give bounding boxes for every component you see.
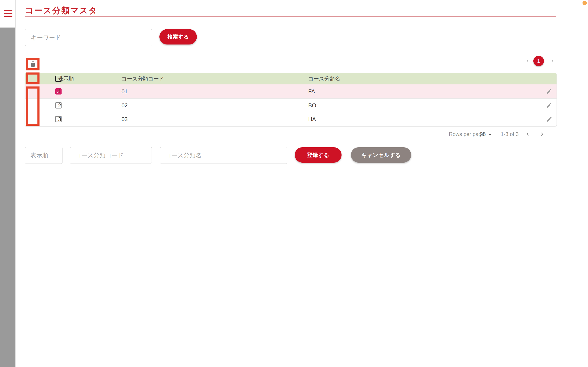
pencil-icon bbox=[546, 116, 552, 123]
caret-down-icon bbox=[489, 134, 492, 135]
pagination-range: 1-3 of 3 bbox=[501, 131, 519, 138]
cell-name: HA bbox=[308, 112, 316, 126]
pencil-icon bbox=[546, 88, 552, 95]
edit-row-button[interactable] bbox=[546, 84, 552, 98]
sidebar-rail bbox=[0, 27, 15, 367]
trash-icon[interactable] bbox=[29, 60, 36, 68]
cell-name: BO bbox=[308, 99, 316, 112]
cell-code: 02 bbox=[121, 99, 128, 112]
title-divider bbox=[25, 16, 556, 17]
cell-code: 03 bbox=[121, 112, 128, 126]
header-order: 表示順 bbox=[58, 73, 74, 84]
app-root: コース分類マスタ 検索する 1 表示順 コース分類コード コース分類名 bbox=[0, 0, 588, 367]
page-title: コース分類マスタ bbox=[25, 5, 98, 16]
table-row: 1 01 FA bbox=[25, 84, 556, 98]
edit-row-button[interactable] bbox=[546, 112, 552, 126]
cell-order: 2 bbox=[58, 99, 61, 112]
register-button[interactable]: 登録する bbox=[295, 147, 342, 163]
cell-name: FA bbox=[308, 84, 315, 98]
top-page-number-button[interactable]: 1 bbox=[533, 56, 544, 66]
pagination-prev-icon[interactable] bbox=[524, 131, 531, 137]
cell-order: 1 bbox=[58, 84, 61, 98]
table-row: 2 02 BO bbox=[25, 98, 556, 112]
top-page-prev-icon[interactable] bbox=[524, 58, 531, 64]
cell-order: 3 bbox=[58, 112, 61, 126]
name-input[interactable] bbox=[160, 147, 287, 164]
sidebar bbox=[0, 0, 16, 367]
table-row: 3 03 HA bbox=[25, 112, 556, 126]
code-input[interactable] bbox=[70, 147, 152, 164]
cancel-button[interactable]: キャンセルする bbox=[351, 147, 411, 163]
header-code: コース分類コード bbox=[121, 73, 164, 84]
pagination-next-icon[interactable] bbox=[539, 131, 545, 137]
order-input[interactable] bbox=[25, 147, 62, 164]
cell-code: 01 bbox=[121, 84, 128, 98]
keyword-search-input[interactable] bbox=[25, 29, 152, 46]
table-header-row: 表示順 コース分類コード コース分類名 bbox=[25, 73, 556, 84]
header-name: コース分類名 bbox=[308, 73, 340, 84]
search-button[interactable]: 検索する bbox=[159, 29, 197, 44]
course-category-table: 表示順 コース分類コード コース分類名 1 01 FA bbox=[25, 73, 556, 126]
hamburger-menu-icon[interactable] bbox=[4, 10, 12, 17]
top-page-next-icon[interactable] bbox=[549, 58, 556, 64]
annotation-marker-dot bbox=[582, 1, 587, 5]
pencil-icon bbox=[546, 102, 552, 109]
edit-row-button[interactable] bbox=[546, 99, 552, 112]
annotation-box-delete bbox=[26, 58, 40, 70]
rows-per-page-select[interactable]: 25 bbox=[480, 131, 492, 138]
